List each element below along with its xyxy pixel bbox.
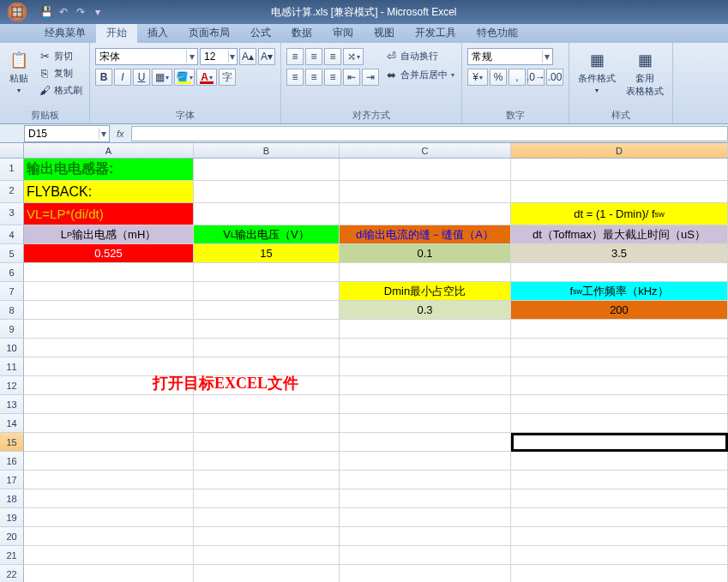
- dec-decimal-button[interactable]: .00: [546, 69, 563, 86]
- cell-B14[interactable]: [194, 414, 340, 433]
- cell-D16[interactable]: [511, 452, 728, 471]
- row-header-11[interactable]: 11: [0, 357, 24, 376]
- chevron-down-icon[interactable]: ▾: [186, 51, 197, 63]
- cell-B6[interactable]: [194, 263, 340, 282]
- row-header-21[interactable]: 21: [0, 546, 24, 565]
- save-icon[interactable]: 💾: [39, 5, 53, 19]
- cut-button[interactable]: ✂剪切: [36, 48, 84, 63]
- cell-D17[interactable]: [511, 471, 728, 489]
- cell-A22[interactable]: [24, 565, 194, 582]
- font-size-combo[interactable]: ▾: [200, 48, 238, 65]
- cell-A14[interactable]: [24, 414, 194, 433]
- underline-button[interactable]: U: [133, 69, 150, 86]
- table-format-button[interactable]: ▦套用 表格格式: [623, 48, 667, 99]
- currency-button[interactable]: ¥: [467, 69, 488, 86]
- cell-C6[interactable]: [340, 263, 511, 282]
- cell-D2[interactable]: [511, 181, 728, 203]
- select-all-corner[interactable]: [0, 143, 24, 158]
- cell-D9[interactable]: [511, 320, 728, 339]
- row-header-13[interactable]: 13: [0, 395, 24, 414]
- cell-A15[interactable]: [24, 433, 194, 452]
- row-header-10[interactable]: 10: [0, 339, 24, 357]
- qat-dropdown-icon[interactable]: ▾: [91, 5, 105, 19]
- cond-format-button[interactable]: ▦条件格式▾: [575, 48, 619, 96]
- row-header-5[interactable]: 5: [0, 244, 24, 263]
- cell-B10[interactable]: [194, 339, 340, 357]
- cell-D3[interactable]: dt = (1 - Dmin)/ fsw: [511, 203, 728, 225]
- cell-C21[interactable]: [340, 546, 511, 565]
- cell-A21[interactable]: [24, 546, 194, 565]
- align-mid-button[interactable]: ≡: [305, 48, 322, 65]
- row-header-1[interactable]: 1: [0, 159, 24, 181]
- cell-C20[interactable]: [340, 527, 511, 546]
- cell-B22[interactable]: [194, 565, 340, 582]
- cell-C13[interactable]: [340, 395, 511, 414]
- formula-input[interactable]: [131, 126, 728, 141]
- align-left-button[interactable]: ≡: [286, 69, 304, 86]
- cell-B7[interactable]: [194, 282, 340, 301]
- cell-D18[interactable]: [511, 489, 728, 508]
- italic-button[interactable]: I: [114, 69, 131, 86]
- row-header-18[interactable]: 18: [0, 489, 24, 508]
- chevron-down-icon[interactable]: ▾: [99, 128, 109, 140]
- cell-B19[interactable]: [194, 508, 340, 527]
- cell-A5[interactable]: 0.525: [24, 244, 194, 263]
- row-header-20[interactable]: 20: [0, 527, 24, 546]
- cell-B13[interactable]: [194, 395, 340, 414]
- cells-area[interactable]: 输出电电感器: FLYBACK: VL=LP*(di/dt)dt = (1 - …: [24, 159, 728, 582]
- cell-B16[interactable]: [194, 452, 340, 471]
- phonetic-button[interactable]: 字: [219, 69, 236, 86]
- redo-icon[interactable]: ↷: [74, 5, 87, 19]
- cell-A20[interactable]: [24, 527, 194, 546]
- cell-D15[interactable]: [511, 433, 728, 452]
- number-format-input[interactable]: [468, 51, 542, 63]
- cell-A19[interactable]: [24, 508, 194, 527]
- office-button[interactable]: [0, 0, 34, 24]
- painter-button[interactable]: 🖌格式刷: [36, 82, 84, 98]
- col-header-C[interactable]: C: [340, 143, 511, 158]
- cell-B17[interactable]: [194, 471, 340, 489]
- cell-D21[interactable]: [511, 546, 728, 565]
- font-name-input[interactable]: [96, 51, 186, 63]
- cell-D1[interactable]: [511, 159, 728, 181]
- cell-A2[interactable]: FLYBACK:: [24, 181, 194, 203]
- cell-D5[interactable]: 3.5: [511, 244, 728, 263]
- cell-C17[interactable]: [340, 471, 511, 489]
- cell-C8[interactable]: 0.3: [340, 301, 511, 320]
- cell-C3[interactable]: [340, 203, 511, 225]
- cell-D20[interactable]: [511, 527, 728, 546]
- cell-B2[interactable]: [194, 181, 340, 203]
- undo-icon[interactable]: ↶: [57, 5, 70, 19]
- cell-D14[interactable]: [511, 414, 728, 433]
- paste-button[interactable]: 📋 粘贴 ▾: [5, 48, 33, 96]
- cell-D19[interactable]: [511, 508, 728, 527]
- cell-A13[interactable]: [24, 395, 194, 414]
- row-header-17[interactable]: 17: [0, 471, 24, 489]
- align-center-button[interactable]: ≡: [305, 69, 322, 86]
- cell-B15[interactable]: [194, 433, 340, 452]
- cell-D7[interactable]: fsw工作频率（kHz）: [511, 282, 728, 301]
- cell-B21[interactable]: [194, 546, 340, 565]
- inc-decimal-button[interactable]: .0→: [527, 69, 544, 86]
- row-header-9[interactable]: 9: [0, 320, 24, 339]
- row-header-15[interactable]: 15: [0, 433, 24, 452]
- cell-A8[interactable]: [24, 301, 194, 320]
- cell-C15[interactable]: [340, 433, 511, 452]
- cell-C22[interactable]: [340, 565, 511, 582]
- cell-A4[interactable]: LP输出电感（mH）: [24, 225, 194, 244]
- cell-C1[interactable]: [340, 159, 511, 181]
- font-color-button[interactable]: A: [196, 69, 217, 86]
- tab-review[interactable]: 审阅: [322, 23, 364, 43]
- merge-button[interactable]: ⬌合并后居中: [382, 67, 456, 82]
- cell-B3[interactable]: [194, 203, 340, 225]
- cell-D11[interactable]: [511, 357, 728, 376]
- cell-B20[interactable]: [194, 527, 340, 546]
- tab-insert[interactable]: 插入: [137, 23, 178, 43]
- cell-C18[interactable]: [340, 489, 511, 508]
- cell-A3[interactable]: VL=LP*(di/dt): [24, 203, 194, 225]
- fx-icon[interactable]: fx: [110, 129, 131, 139]
- copy-button[interactable]: ⎘复制: [36, 65, 84, 81]
- row-header-22[interactable]: 22: [0, 565, 24, 582]
- align-top-button[interactable]: ≡: [286, 48, 304, 65]
- col-header-A[interactable]: A: [24, 143, 194, 158]
